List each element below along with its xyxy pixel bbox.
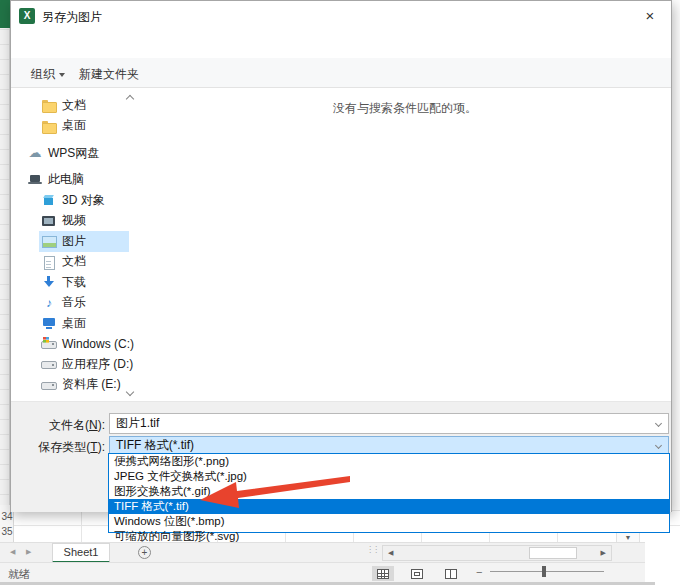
organize-button[interactable]: 组织 [31, 66, 65, 83]
drive-icon [41, 378, 57, 392]
scroll-left-icon[interactable]: ◀ [388, 549, 393, 557]
dropdown-option-bmp[interactable]: Windows 位图(*.bmp) [109, 514, 669, 529]
savetype-dropdown-list: 便携式网络图形(*.png) JPEG 文件交换格式(*.jpg) 图形交换格式… [108, 453, 670, 533]
drive-icon [41, 357, 57, 371]
sidebar-item-downloads[interactable]: 下载 [39, 272, 129, 293]
sidebar-item-drive-e[interactable]: 资料库 (E:) [39, 375, 129, 396]
horizontal-scrollbar[interactable]: ◀ ▶ [382, 545, 612, 561]
sheet-tab[interactable]: Sheet1 [52, 543, 110, 563]
dialog-toolbar: 组织 新建文件夹 ? [11, 58, 671, 88]
video-icon [41, 214, 57, 228]
filename-label: 文件名(N): [11, 417, 105, 434]
normal-view-icon [377, 569, 389, 579]
3d-cube-icon [41, 193, 57, 207]
sheet-tab-bar: ◀ ▶ Sheet1 + ⋮⋮ ◀ ▶ [0, 542, 645, 562]
status-ready-text: 就绪 [8, 567, 30, 582]
scrollbar-resize-handle[interactable]: ⋮⋮ [366, 545, 378, 554]
dropdown-option-tif[interactable]: TIFF 格式(*.tif) [109, 499, 669, 514]
sidebar-item-this-pc[interactable]: 此电脑 [25, 170, 129, 191]
picture-icon [41, 234, 57, 248]
dropdown-option-svg[interactable]: 可缩放的向量图形(*.svg) [109, 529, 669, 544]
chevron-down-icon[interactable] [655, 420, 662, 427]
excel-row-number: 35 [0, 526, 14, 537]
view-page-break-button[interactable] [440, 566, 462, 581]
sidebar-item-wps-cloud[interactable]: ☁WPS网盘 [25, 143, 129, 164]
sidebar-item-desktop-2[interactable]: 桌面 [39, 313, 129, 334]
dialog-title: 另存为图片 [42, 9, 102, 26]
page-layout-icon [411, 569, 423, 579]
sidebar-item-drive-d[interactable]: 应用程序 (D:) [39, 354, 129, 375]
zoom-out-button[interactable]: − [476, 566, 482, 578]
excel-window-edge [0, 0, 10, 28]
excel-row-header-strip [0, 0, 10, 505]
sheet-prev-icon[interactable]: ◀ [10, 548, 15, 556]
dialog-body: 文档 桌面 ☁WPS网盘 此电脑 3D 对象 视频 图片 文档 下载 ♪音乐 桌… [11, 88, 671, 401]
view-page-layout-button[interactable] [406, 566, 428, 581]
document-icon [41, 255, 57, 269]
music-icon: ♪ [41, 296, 57, 310]
dropdown-option-jpg[interactable]: JPEG 文件交换格式(*.jpg) [109, 469, 669, 484]
screen: 34 35 ▼ ◀ ▶ Sheet1 + ⋮⋮ ◀ ▶ 就绪 − X 另存为图片… [0, 0, 680, 585]
empty-results-message: 没有与搜索条件匹配的项。 [139, 100, 671, 117]
os-drive-icon [41, 337, 57, 351]
page-break-icon [445, 569, 457, 579]
navigation-pane: 文档 桌面 ☁WPS网盘 此电脑 3D 对象 视频 图片 文档 下载 ♪音乐 桌… [11, 88, 139, 401]
status-bar: 就绪 − [0, 562, 645, 582]
cloud-icon: ☁ [27, 146, 43, 160]
computer-icon [27, 173, 43, 187]
sidebar-item-documents[interactable]: 文档 [39, 95, 129, 116]
chevron-down-icon [59, 73, 65, 77]
sidebar-item-videos[interactable]: 视频 [39, 211, 129, 232]
new-folder-button[interactable]: 新建文件夹 [79, 66, 139, 83]
zoom-slider-thumb[interactable] [542, 566, 546, 577]
sidebar-item-documents-2[interactable]: 文档 [39, 252, 129, 273]
savetype-label: 保存类型(T): [11, 439, 105, 456]
close-icon[interactable]: × [635, 4, 665, 28]
sheet-next-icon[interactable]: ▶ [26, 548, 31, 556]
save-as-dialog: X 另存为图片 × ← → ↑ 此电脑 图片 新建文件夹 ↻ 搜索"新建文件夹 [10, 0, 672, 512]
folder-icon [41, 98, 57, 112]
desktop-icon [41, 316, 57, 330]
chevron-down-icon[interactable] [655, 442, 662, 449]
download-icon [41, 275, 57, 289]
navigation-bar: ← → ↑ 此电脑 图片 新建文件夹 ↻ 搜索"新建文件夹" [11, 31, 671, 58]
zoom-slider-track[interactable] [490, 571, 604, 572]
sidebar-item-3d-objects[interactable]: 3D 对象 [39, 190, 129, 211]
sidebar-item-music[interactable]: ♪音乐 [39, 293, 129, 314]
scroll-right-icon[interactable]: ▶ [601, 549, 606, 557]
filename-input[interactable]: 图片1.tif [109, 413, 669, 434]
scrollbar-thumb[interactable] [529, 547, 577, 559]
dropdown-option-gif[interactable]: 图形交换格式(*.gif) [109, 484, 669, 499]
view-normal-button[interactable] [372, 566, 394, 581]
windows-flag-icon [43, 337, 49, 343]
dialog-title-bar: X 另存为图片 × [11, 1, 671, 31]
folder-icon [41, 119, 57, 133]
add-sheet-button[interactable]: + [138, 546, 151, 559]
sidebar-item-drive-c[interactable]: Windows (C:) [39, 334, 129, 355]
excel-row-number: 34 [0, 511, 14, 522]
dropdown-option-png[interactable]: 便携式网络图形(*.png) [109, 454, 669, 469]
excel-app-icon: X [19, 8, 35, 24]
sidebar-item-pictures[interactable]: 图片 [39, 231, 129, 252]
sidebar-item-desktop[interactable]: 桌面 [39, 116, 129, 137]
